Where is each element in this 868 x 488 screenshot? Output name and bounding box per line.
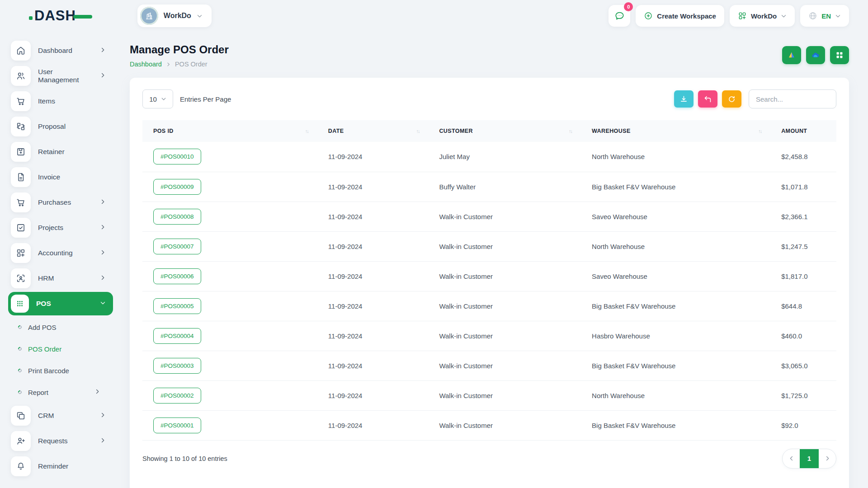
sidebar-item-label: Purchases — [38, 198, 71, 206]
date-cell: 11-09-2024 — [317, 321, 429, 351]
create-workspace-button[interactable]: Create Workspace — [636, 5, 724, 27]
refresh-button[interactable] — [722, 90, 741, 108]
plus-circle-icon — [644, 11, 653, 20]
sort-icon: ↑↓ — [569, 128, 572, 134]
customer-cell: Walk-in Customer — [428, 291, 581, 321]
sidebar-item-projects[interactable]: Projects — [8, 215, 113, 240]
check-square-icon — [11, 218, 31, 238]
users-icon — [11, 66, 31, 86]
sidebar-item-pos-order[interactable]: POS Order — [8, 338, 113, 360]
customer-cell: Walk-in Customer — [428, 321, 581, 351]
sidebar-item-purchases[interactable]: Purchases — [8, 190, 113, 215]
entries-per-page-select[interactable]: 10 — [142, 89, 173, 108]
sidebar-item-label: Invoice — [38, 173, 60, 181]
grid-view-button[interactable] — [830, 46, 849, 64]
pos-id-badge[interactable]: #POS00002 — [153, 388, 201, 404]
entries-value: 10 — [149, 95, 157, 103]
sidebar-item-dashboard[interactable]: Dashboard — [8, 38, 113, 63]
chevron-down-icon — [835, 13, 841, 19]
sidebar-item-label: Add POS — [28, 324, 57, 331]
sidebar-item-label: Reminder — [38, 462, 68, 470]
sidebar-item-user-management[interactable]: User Management — [8, 63, 113, 89]
pos-id-badge[interactable]: #POS00008 — [153, 209, 201, 225]
pos-id-badge[interactable]: #POS00004 — [153, 328, 201, 344]
chevron-right-icon — [166, 62, 171, 67]
sidebar-item-add-pos[interactable]: Add POS — [8, 316, 113, 338]
sidebar-item-retainer[interactable]: Retainer — [8, 139, 113, 164]
sort-icon: ↑↓ — [416, 128, 419, 134]
sidebar-item-proposal[interactable]: Proposal — [8, 114, 113, 139]
date-cell: 11-09-2024 — [317, 291, 429, 321]
pos-id-badge[interactable]: #POS00010 — [153, 149, 201, 164]
warehouse-cell: North Warehouse — [581, 380, 770, 410]
table-row: #POS0000711-09-2024Walk-in CustomerNorth… — [142, 231, 836, 261]
column-header-warehouse[interactable]: WAREHOUSE↑↓ — [581, 120, 770, 142]
column-header-label: POS ID — [153, 128, 174, 134]
sidebar-item-accounting[interactable]: Accounting — [8, 240, 113, 266]
sidebar-item-items[interactable]: Items — [8, 89, 113, 114]
showing-entries-text: Showing 1 to 10 of 10 entries — [142, 455, 227, 462]
pos-id-cell: #POS00004 — [142, 321, 317, 351]
sidebar-item-pos[interactable]: POS — [8, 292, 113, 315]
pos-id-cell: #POS00010 — [142, 142, 317, 172]
column-header-pos-id[interactable]: POS ID↑↓ — [142, 120, 317, 142]
workdo-dropdown[interactable]: WorkDo — [730, 5, 795, 27]
sidebar-item-requests[interactable]: Requests — [8, 428, 113, 454]
chevron-right-icon — [100, 249, 106, 257]
pagination: 1 — [782, 449, 836, 469]
customer-cell: Walk-in Customer — [428, 202, 581, 231]
sidebar-item-reminder[interactable]: Reminder — [8, 454, 113, 479]
pos-id-badge[interactable]: #POS00006 — [153, 268, 201, 284]
dash-logo[interactable]: DASH — [29, 8, 92, 24]
google-drive-button[interactable] — [782, 46, 801, 64]
language-selector[interactable]: EN — [800, 5, 849, 27]
undo-icon — [703, 95, 712, 103]
sidebar-item-print-barcode[interactable]: Print Barcode — [8, 360, 113, 381]
customer-cell: Buffy Walter — [428, 172, 581, 202]
customer-cell: Walk-in Customer — [428, 380, 581, 410]
messages-button[interactable]: 0 — [609, 5, 630, 27]
reset-button[interactable] — [698, 90, 717, 108]
chevron-right-icon — [100, 412, 106, 420]
pagination-prev-button[interactable] — [783, 449, 800, 468]
pos-order-card: 10 Entries Per Page POS ID↑↓DATE↑↓CUSTOM… — [130, 78, 849, 488]
chevron-down-icon — [100, 300, 106, 308]
download-icon — [679, 95, 688, 103]
warehouse-cell: North Warehouse — [581, 142, 770, 172]
pos-id-badge[interactable]: #POS00007 — [153, 239, 201, 254]
warehouse-cell: Big Basket F&V Warehouse — [581, 172, 770, 202]
sidebar-item-hrm[interactable]: HRM — [8, 266, 113, 291]
grid-dots-icon — [11, 295, 29, 313]
sort-icon: ↑↓ — [758, 128, 761, 134]
sidebar-item-report[interactable]: Report — [8, 381, 113, 403]
chevron-right-icon — [100, 437, 106, 445]
pos-id-badge[interactable]: #POS00005 — [153, 298, 201, 314]
pos-id-badge[interactable]: #POS00001 — [153, 418, 201, 433]
column-header-label: DATE — [328, 128, 344, 134]
pos-id-badge[interactable]: #POS00009 — [153, 179, 201, 195]
cart-icon — [11, 91, 31, 111]
pos-id-badge[interactable]: #POS00003 — [153, 358, 201, 374]
breadcrumb: Dashboard POS Order — [130, 61, 229, 68]
workspace-selector[interactable]: WorkDo — [137, 5, 212, 27]
sidebar-item-invoice[interactable]: Invoice — [8, 164, 113, 190]
sidebar-item-crm[interactable]: CRM — [8, 403, 113, 428]
grid-icon — [835, 50, 844, 60]
warehouse-cell: Saveo Warehouse — [581, 261, 770, 291]
customer-cell: Walk-in Customer — [428, 261, 581, 291]
search-input[interactable] — [749, 89, 836, 108]
table-body: #POS0001011-09-2024Juliet MayNorth Wareh… — [142, 142, 836, 440]
logo-dot — [29, 16, 33, 20]
messages-badge: 0 — [624, 2, 633, 11]
sidebar-item-label: HRM — [38, 274, 54, 282]
pagination-page-1[interactable]: 1 — [800, 449, 819, 468]
onedrive-button[interactable] — [806, 46, 825, 64]
pagination-next-button[interactable] — [819, 449, 836, 468]
column-header-date[interactable]: DATE↑↓ — [317, 120, 429, 142]
export-button[interactable] — [674, 90, 693, 108]
breadcrumb-dashboard-link[interactable]: Dashboard — [130, 61, 162, 68]
logo-text: DASH — [34, 8, 76, 24]
column-header-customer[interactable]: CUSTOMER↑↓ — [428, 120, 581, 142]
table-row: #POS0000211-09-2024Walk-in CustomerNorth… — [142, 380, 836, 410]
sidebar-item-label: Requests — [38, 437, 67, 445]
